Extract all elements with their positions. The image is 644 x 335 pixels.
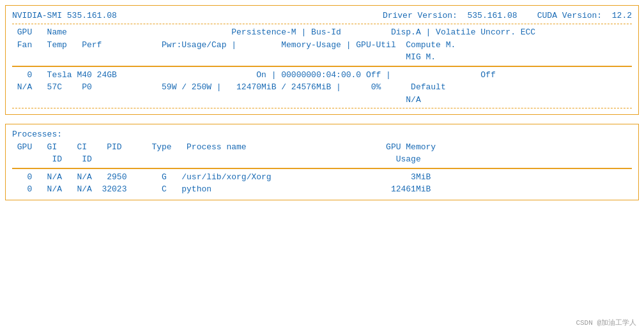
divider-1 (12, 24, 632, 24)
driver-info: Driver Version: 535.161.08 CUDA Version:… (383, 11, 632, 20)
divider-thick-1 (12, 66, 632, 67)
gpu-data-row: 0 Tesla M40 24GB On | 00000000:04:00.0 O… (12, 69, 632, 107)
nvidia-smi-block: NVIDIA-SMI 535.161.08 Driver Version: 53… (5, 5, 639, 115)
watermark: CSDN @加油工学人 (576, 318, 636, 327)
processes-title: Processes: (12, 128, 632, 141)
nvidia-smi-title: NVIDIA-SMI 535.161.08 (12, 11, 117, 20)
col-header-row1: GPU Name Persistence-M | Bus-Id Disp.A |… (12, 26, 632, 64)
proc-divider-thick (12, 168, 632, 169)
header-line: NVIDIA-SMI 535.161.08 Driver Version: 53… (12, 10, 632, 22)
processes-label: Processes: (12, 128, 632, 141)
proc-headers: GPU GI CI PID Type Process name GPU Memo… (12, 141, 632, 166)
proc-row-1: 0 N/A N/A 2950 G /usr/lib/xorg/Xorg 3MiB… (12, 171, 632, 196)
processes-block: Processes: GPU GI CI PID Type Process na… (5, 124, 639, 200)
divider-bottom (12, 108, 632, 108)
